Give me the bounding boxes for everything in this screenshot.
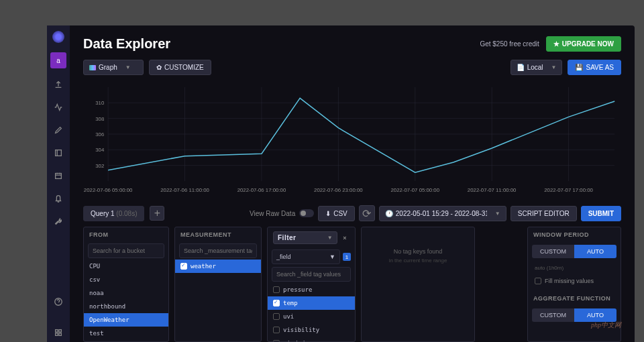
- svg-rect-0: [56, 150, 62, 156]
- bucket-search-input[interactable]: [88, 243, 164, 258]
- page-header: Data Explorer Get $250 free credit ★ UPG…: [70, 25, 635, 60]
- query-bar: Query 1 (0.08s) + View Raw Data ⬇ CSV ⟳ …: [70, 200, 635, 227]
- tags-panel: No tag keys found in the current time ra…: [361, 227, 475, 342]
- filter-type-select[interactable]: Filter▼: [273, 231, 337, 244]
- calendar-icon[interactable]: [52, 169, 65, 182]
- measurement-label: MEASUREMENT: [175, 227, 261, 242]
- svg-text:2022-07-06 05:00:00: 2022-07-06 05:00:00: [84, 187, 133, 193]
- pulse-icon[interactable]: [52, 101, 65, 114]
- upload-icon[interactable]: [52, 78, 65, 91]
- empty-tags-message: No tag keys found in the current time ra…: [362, 227, 474, 285]
- main-content: Data Explorer Get $250 free credit ★ UPG…: [70, 25, 635, 342]
- graph-icon: [89, 65, 96, 70]
- window-custom-button[interactable]: CUSTOM: [532, 245, 574, 258]
- refresh-button[interactable]: ⟳: [359, 205, 375, 221]
- from-panel: FROM CPUcsvnoaanorthboundOpenWeathertest…: [83, 227, 169, 342]
- toolbar: Graph▼ ✿ CUSTOMIZE 📄 Local▼ 💾 SAVE AS: [70, 60, 635, 82]
- close-filter-button[interactable]: ×: [340, 233, 350, 243]
- svg-text:302: 302: [95, 163, 104, 169]
- add-query-button[interactable]: +: [150, 206, 164, 221]
- submit-button[interactable]: SUBMIT: [581, 206, 621, 221]
- bucket-item[interactable]: test: [84, 327, 168, 340]
- svg-rect-4: [59, 330, 62, 333]
- svg-text:310: 310: [95, 100, 105, 106]
- field-search-input[interactable]: [272, 267, 351, 282]
- grid-icon[interactable]: [52, 326, 65, 339]
- measurement-search-input[interactable]: [179, 243, 257, 258]
- window-hint: auto (1h0m): [528, 261, 621, 275]
- svg-text:2022-07-06 11:00:00: 2022-07-06 11:00:00: [160, 187, 209, 193]
- script-editor-button[interactable]: SCRIPT EDITOR: [511, 206, 577, 221]
- graph-type-select[interactable]: Graph▼: [83, 60, 144, 75]
- watermark: php中文网: [591, 321, 621, 330]
- upgrade-button[interactable]: ★ UPGRADE NOW: [546, 36, 621, 52]
- query-tab-1[interactable]: Query 1 (0.08s): [83, 206, 144, 221]
- wrench-icon[interactable]: [52, 215, 65, 228]
- bucket-item[interactable]: test-bucket: [84, 340, 168, 341]
- measurement-item[interactable]: weather: [175, 260, 261, 273]
- window-auto-button[interactable]: AUTO: [574, 245, 616, 258]
- sidebar-item-a[interactable]: a: [50, 52, 66, 68]
- book-icon[interactable]: [52, 146, 65, 160]
- svg-rect-1: [56, 174, 62, 179]
- fill-missing-checkbox[interactable]: Fill missing values: [528, 275, 621, 287]
- field-item[interactable]: visibility: [268, 323, 355, 337]
- bucket-item[interactable]: CPU: [84, 260, 168, 273]
- timezone-select[interactable]: 📄 Local▼: [511, 60, 563, 75]
- from-label: FROM: [84, 227, 168, 242]
- filter-panel: Filter▼ × _field▼ 1 pressuretempuvivisib…: [267, 227, 356, 342]
- chart[interactable]: 3023043063083102022-07-06 05:00:002022-0…: [83, 82, 621, 196]
- save-as-button[interactable]: 💾 SAVE AS: [568, 60, 621, 75]
- query-builder: FROM CPUcsvnoaanorthboundOpenWeathertest…: [70, 227, 635, 342]
- svg-text:2022-07-07 11:00:00: 2022-07-07 11:00:00: [468, 187, 517, 193]
- app-window: a Data Explorer Get $250 free credit ★ U…: [47, 25, 635, 342]
- csv-button[interactable]: ⬇ CSV: [318, 206, 355, 221]
- window-period-label: WINDOW PERIOD: [528, 227, 621, 242]
- bell-icon[interactable]: [52, 192, 65, 205]
- time-range-select[interactable]: 🕐 2022-05-01 15:29 - 2022-08-31…▼: [379, 206, 506, 221]
- customize-button[interactable]: ✿ CUSTOMIZE: [149, 60, 211, 75]
- sidebar: a: [47, 25, 70, 342]
- aggregate-auto-button[interactable]: AUTO: [574, 308, 616, 322]
- field-item[interactable]: wind_deg: [268, 337, 355, 341]
- aggregate-label: AGGREGATE FUNCTION: [528, 291, 621, 306]
- bucket-item[interactable]: northbound: [84, 300, 168, 313]
- field-key-select[interactable]: _field▼: [272, 249, 340, 264]
- bucket-item[interactable]: noaa: [84, 286, 168, 300]
- help-icon[interactable]: [52, 295, 65, 308]
- logo-icon[interactable]: [52, 31, 64, 43]
- svg-rect-5: [56, 333, 58, 336]
- svg-rect-6: [59, 333, 62, 336]
- svg-text:306: 306: [95, 131, 105, 137]
- svg-text:308: 308: [95, 116, 105, 122]
- svg-text:304: 304: [95, 147, 105, 153]
- bucket-item[interactable]: OpenWeather: [84, 313, 168, 327]
- svg-text:2022-07-06 17:00:00: 2022-07-06 17:00:00: [237, 187, 286, 193]
- field-item[interactable]: uvi: [268, 310, 355, 323]
- view-raw-toggle[interactable]: View Raw Data: [250, 209, 314, 217]
- field-item[interactable]: pressure: [268, 283, 355, 296]
- svg-rect-3: [56, 330, 58, 333]
- aggregate-custom-button[interactable]: CUSTOM: [532, 308, 574, 322]
- field-item[interactable]: temp: [268, 296, 355, 310]
- svg-text:2022-07-07 17:00:00: 2022-07-07 17:00:00: [544, 187, 593, 193]
- credit-text: Get $250 free credit: [480, 40, 539, 48]
- measurement-panel: MEASUREMENT weather: [174, 227, 262, 342]
- field-count-badge: 1: [343, 253, 351, 261]
- edit-icon[interactable]: [52, 123, 65, 137]
- svg-text:2022-07-07 05:00:00: 2022-07-07 05:00:00: [390, 187, 439, 193]
- bucket-item[interactable]: csv: [84, 273, 168, 286]
- svg-text:2022-07-06 23:00:00: 2022-07-06 23:00:00: [314, 187, 363, 193]
- page-title: Data Explorer: [83, 36, 170, 52]
